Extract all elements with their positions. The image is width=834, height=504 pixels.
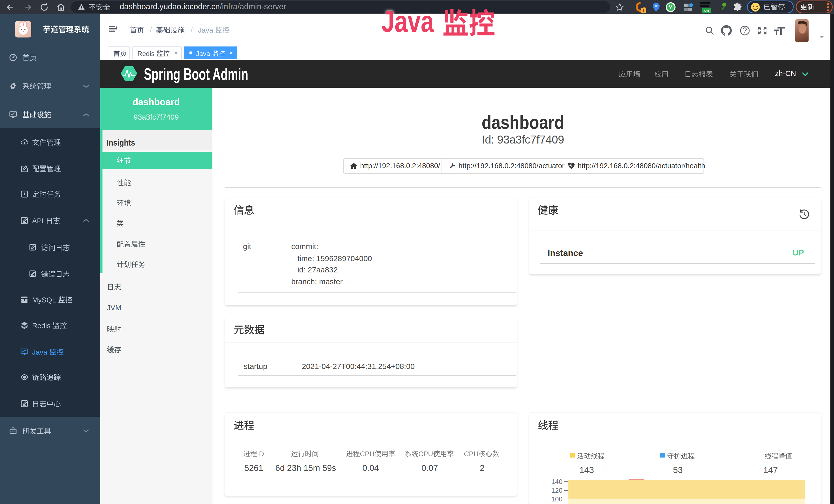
svg-text:1: 1 (642, 8, 644, 13)
svg-text:on: on (704, 8, 709, 13)
